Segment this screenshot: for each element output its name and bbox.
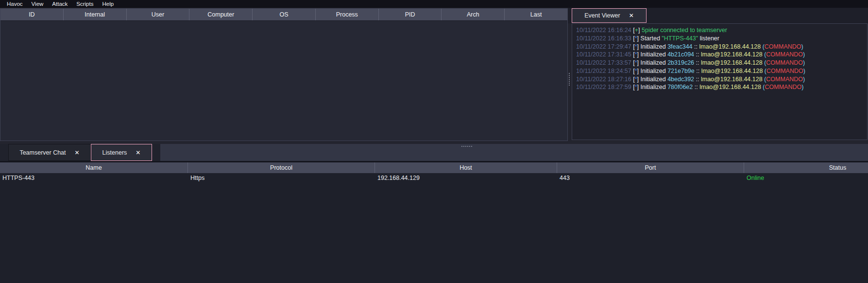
event-text-segment: lmao@192.168.44.128: [699, 43, 761, 50]
sessions-column-internal[interactable]: Internal: [64, 9, 127, 20]
event-text-segment: ): [803, 68, 805, 74]
splitter-dot: [469, 146, 470, 147]
event-text-segment: lmao@192.168.44.128: [701, 68, 763, 74]
event-text-segment: ::: [694, 76, 701, 83]
event-log-line: 10/11/2022 17:29:47 [*] Initialized 3fea…: [576, 43, 867, 51]
sessions-column-last[interactable]: Last: [505, 9, 567, 20]
event-log-panel[interactable]: 10/11/2022 16:16:24 [+] 5pider connected…: [572, 23, 868, 140]
event-text-segment: ): [803, 76, 805, 83]
sessions-column-computer[interactable]: Computer: [189, 9, 253, 20]
event-text-segment: lmao@192.168.44.128: [701, 51, 763, 58]
event-text-segment: ] Initialized: [637, 76, 668, 83]
event-text-segment: COMMANDO: [766, 76, 803, 83]
tab-event-viewer-label: Event Viewer: [584, 12, 620, 19]
event-text-segment: COMMANDO: [765, 43, 801, 50]
event-timestamp: 10/11/2022 18:24:57: [576, 68, 633, 74]
splitter-dot: [463, 146, 464, 147]
event-text-segment: 2b319c26: [667, 59, 694, 66]
listener-row[interactable]: HTTPS-443Https192.168.44.129443Online: [0, 173, 868, 183]
event-text-segment: ): [803, 51, 805, 58]
event-log-line: 10/11/2022 17:33:57 [*] Initialized 2b31…: [576, 59, 867, 67]
menu-item-help[interactable]: Help: [98, 0, 118, 8]
menu-bar: HavocViewAttackScriptsHelp: [0, 0, 868, 8]
splitter-dot: [569, 77, 570, 78]
event-text-segment: ::: [693, 84, 699, 90]
sessions-table-header: IDInternalUserComputerOSProcessPIDArchLa…: [0, 9, 567, 21]
event-timestamp: 10/11/2022 17:31:45: [576, 51, 633, 58]
vertical-splitter-handle[interactable]: [569, 73, 570, 86]
event-text-segment: 3feac344: [667, 43, 692, 50]
splitter-dot: [465, 146, 466, 147]
sessions-column-user[interactable]: User: [127, 9, 190, 20]
event-text-segment: 721e7b9e: [667, 68, 695, 74]
splitter-dot: [569, 83, 570, 84]
event-text-segment: lmao@192.168.44.128: [701, 59, 763, 66]
event-timestamp: 10/11/2022 18:27:59: [576, 84, 633, 90]
event-text-segment: ::: [694, 51, 701, 58]
menu-item-scripts[interactable]: Scripts: [72, 0, 98, 8]
event-text-segment: ] Started: [637, 35, 662, 42]
menu-item-view[interactable]: View: [27, 0, 48, 8]
sessions-column-arch[interactable]: Arch: [442, 9, 505, 20]
close-icon[interactable]: ✕: [136, 150, 140, 156]
event-text-segment: ]: [638, 27, 642, 34]
event-text-segment: 780f06e2: [667, 84, 693, 90]
event-text-segment: 5pider connected to teamserver: [642, 27, 727, 34]
horizontal-splitter-handle[interactable]: [461, 146, 472, 147]
listeners-column-port[interactable]: Port: [557, 162, 744, 173]
event-text-segment: ] Initialized: [637, 43, 668, 50]
event-text-segment: ] Initialized: [637, 59, 668, 66]
listeners-column-protocol[interactable]: Protocol: [188, 162, 375, 173]
tab-teamserver-chat[interactable]: Teamserver Chat✕: [8, 144, 91, 161]
menu-item-havoc[interactable]: Havoc: [2, 0, 27, 8]
event-log-line: 10/11/2022 18:24:57 [*] Initialized 721e…: [576, 67, 867, 75]
splitter-dot: [569, 81, 570, 82]
event-text-segment: COMMANDO: [766, 51, 803, 58]
event-log-line: 10/11/2022 18:27:16 [*] Initialized 4bed…: [576, 75, 867, 84]
listener-cell-status: Online: [744, 175, 868, 181]
sessions-column-os[interactable]: OS: [253, 9, 316, 20]
event-text-segment: ] Initialized: [637, 68, 668, 74]
event-text-segment: ] Initialized: [637, 84, 668, 90]
havoc-window: { "colors": { "accent_pink": "#f3a6c1", …: [0, 0, 868, 283]
splitter-dot: [569, 79, 570, 80]
listeners-table-body[interactable]: HTTPS-443Https192.168.44.129443Online: [0, 173, 868, 283]
tab-event-viewer[interactable]: Event Viewer ✕: [572, 8, 647, 23]
close-icon[interactable]: ✕: [629, 13, 634, 18]
sessions-column-id[interactable]: ID: [0, 9, 64, 20]
event-text-segment: +: [635, 27, 638, 34]
bottom-tabbar-spacer: [160, 144, 868, 161]
tab-label: Teamserver Chat: [19, 149, 66, 156]
sessions-column-pid[interactable]: PID: [379, 9, 442, 20]
event-text-segment: "HTTPS-443": [662, 35, 698, 42]
sessions-column-process[interactable]: Process: [316, 9, 379, 20]
sessions-table-body[interactable]: [0, 21, 567, 141]
listeners-column-host[interactable]: Host: [375, 162, 557, 173]
close-icon[interactable]: ✕: [75, 150, 80, 156]
menu-item-attack[interactable]: Attack: [48, 0, 72, 8]
splitter-dot: [471, 146, 472, 147]
event-log-line: 10/11/2022 16:16:24 [+] 5pider connected…: [576, 26, 867, 35]
splitter-dot: [569, 73, 570, 74]
sessions-table: IDInternalUserComputerOSProcessPIDArchLa…: [0, 8, 568, 141]
event-text-segment: ::: [693, 43, 699, 50]
event-text-segment: lmao@192.168.44.128: [699, 84, 761, 90]
tab-listeners[interactable]: Listeners✕: [91, 144, 152, 161]
event-text-segment: COMMANDO: [766, 59, 803, 66]
event-log-line: 10/11/2022 17:31:45 [*] Initialized 4b21…: [576, 51, 867, 59]
event-text-segment: lmao@192.168.44.128: [701, 76, 763, 83]
listeners-column-name[interactable]: Name: [0, 162, 188, 173]
event-log-line: 10/11/2022 16:16:33 [*] Started "HTTPS-4…: [576, 35, 867, 43]
event-log-line: 10/11/2022 18:27:59 [*] Initialized 780f…: [576, 83, 867, 91]
event-timestamp: 10/11/2022 17:29:47: [576, 43, 633, 50]
event-timestamp: 10/11/2022 16:16:24: [576, 27, 633, 34]
event-text-segment: ): [803, 59, 805, 66]
event-text-segment: ): [801, 84, 803, 90]
tab-label: Listeners: [102, 149, 127, 156]
event-text-segment: 4b21c094: [667, 51, 694, 58]
bottom-tabs: Teamserver Chat✕Listeners✕: [8, 144, 152, 161]
listeners-column-status[interactable]: Status: [744, 162, 868, 173]
listener-cell-name: HTTPS-443: [0, 175, 188, 181]
event-text-segment: COMMANDO: [766, 68, 803, 74]
event-text-segment: listener: [698, 35, 719, 42]
